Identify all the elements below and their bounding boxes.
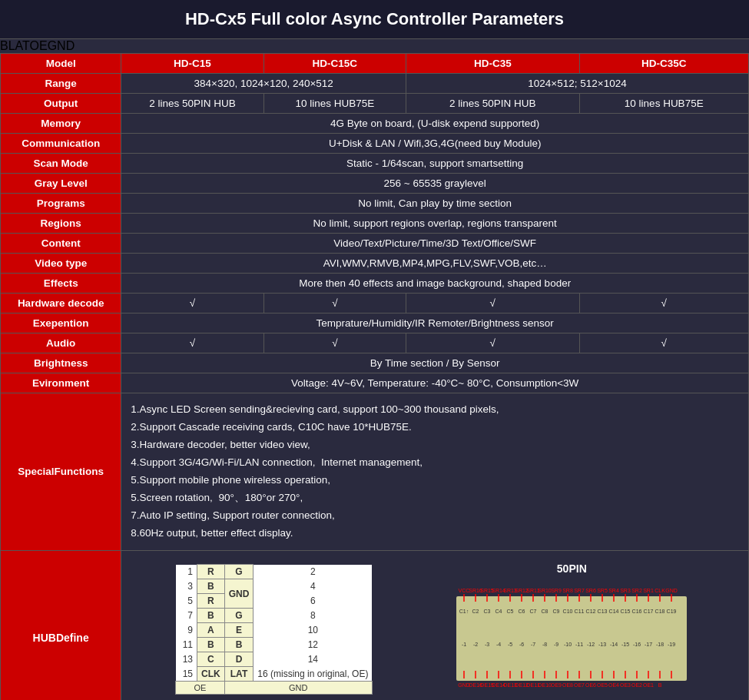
svg-text:SR1: SR1 bbox=[643, 588, 654, 593]
svg-text:-7: -7 bbox=[531, 642, 535, 647]
label-programs: Programs bbox=[1, 194, 121, 214]
page-title: HD-Cx5 Full color Async Controller Param… bbox=[0, 0, 749, 39]
svg-text:-14: -14 bbox=[610, 642, 618, 647]
data-regions: No limit, support regions overlap, regio… bbox=[121, 214, 749, 234]
svg-text:C8: C8 bbox=[542, 609, 548, 614]
data-hw-decode-1: √ bbox=[121, 294, 263, 314]
svg-text:C13: C13 bbox=[598, 609, 608, 614]
label-video-type: Video type bbox=[1, 254, 121, 274]
label-content: Content bbox=[1, 234, 121, 254]
data-evironment: Voltage: 4V~6V, Temperature: -40°C~ 80°C… bbox=[121, 373, 749, 393]
svg-text:C7: C7 bbox=[530, 609, 537, 614]
svg-text:-2: -2 bbox=[473, 642, 478, 647]
svg-text:SR7: SR7 bbox=[574, 588, 585, 593]
special-functions-row: SpecialFunctions 1.Async LED Screen send… bbox=[1, 393, 749, 551]
label-output: Output bbox=[1, 94, 121, 114]
table-row: Effects More then 40 effects and image b… bbox=[1, 274, 749, 294]
svg-text:C11: C11 bbox=[575, 609, 585, 614]
svg-text:C15: C15 bbox=[621, 609, 631, 614]
data-gray-level: 256 ~ 65535 graylevel bbox=[121, 174, 749, 194]
svg-text:C5: C5 bbox=[507, 609, 514, 614]
svg-text:OE2: OE2 bbox=[631, 682, 642, 688]
data-output-2: 10 lines HUB75E bbox=[263, 94, 406, 114]
col-model: Model bbox=[1, 54, 121, 74]
data-range-1: 384×320, 1024×120, 240×512 bbox=[121, 74, 406, 94]
svg-text:SR5: SR5 bbox=[597, 588, 608, 593]
svg-text:OE1: OE1 bbox=[643, 682, 654, 688]
svg-text:C10: C10 bbox=[563, 609, 573, 614]
parameters-table: Model HD-C15 HD-C15C HD-C35 HD-C35C Rang… bbox=[0, 53, 749, 700]
svg-text:SR4: SR4 bbox=[608, 588, 619, 593]
svg-text:-13: -13 bbox=[598, 642, 606, 647]
data-audio-4: √ bbox=[579, 333, 748, 353]
svg-text:-12: -12 bbox=[587, 642, 595, 647]
svg-text:GND: GND bbox=[666, 588, 678, 593]
svg-text:C9: C9 bbox=[553, 609, 560, 614]
label-special-functions: SpecialFunctions bbox=[1, 393, 121, 551]
table-row: Brightness By Time section / By Sensor bbox=[1, 353, 749, 373]
svg-text:C19: C19 bbox=[667, 609, 677, 614]
svg-text:OE6: OE6 bbox=[585, 682, 596, 688]
data-hw-decode-3: √ bbox=[406, 294, 579, 314]
svg-text:SR6: SR6 bbox=[585, 588, 596, 593]
svg-text:-5: -5 bbox=[508, 642, 512, 647]
svg-text:-11: -11 bbox=[575, 642, 583, 647]
svg-text:OE8: OE8 bbox=[562, 682, 573, 688]
data-audio-1: √ bbox=[121, 333, 263, 353]
data-effects: More then 40 effects and image backgroun… bbox=[121, 274, 749, 294]
label-range: Range bbox=[1, 74, 121, 94]
table-row: Communication U+Disk & LAN / Wifi,3G,4G(… bbox=[1, 134, 749, 154]
svg-text:-10: -10 bbox=[564, 642, 572, 647]
svg-text:C14: C14 bbox=[609, 609, 619, 614]
hub-define-content: 1 R G 2 3 B GND 4 bbox=[121, 550, 749, 700]
svg-text:-15: -15 bbox=[621, 642, 629, 647]
svg-text:-18: -18 bbox=[656, 642, 664, 647]
table-row: Video type AVI,WMV,RMVB,MP4,MPG,FLV,SWF,… bbox=[1, 254, 749, 274]
svg-text:-6: -6 bbox=[519, 642, 524, 647]
label-regions: Regions bbox=[1, 214, 121, 234]
svg-text:C16: C16 bbox=[632, 609, 642, 614]
label-audio: Audio bbox=[1, 333, 121, 353]
col-hd-c15: HD-C15 bbox=[121, 54, 263, 74]
svg-text:B: B bbox=[658, 682, 662, 688]
svg-text:-3: -3 bbox=[485, 642, 489, 647]
svg-text:-8: -8 bbox=[542, 642, 547, 647]
label-evironment: Evironment bbox=[1, 373, 121, 393]
svg-text:SR2: SR2 bbox=[631, 588, 642, 593]
svg-text:OE5: OE5 bbox=[597, 682, 608, 688]
svg-text:C6: C6 bbox=[519, 609, 525, 614]
main-container: HD-Cx5 Full color Async Controller Param… bbox=[0, 0, 749, 700]
svg-text:CLK: CLK bbox=[655, 588, 665, 593]
table-row: Exepention Temprature/Humidity/IR Remote… bbox=[1, 314, 749, 333]
col-hd-c15c: HD-C15C bbox=[263, 54, 406, 74]
svg-text:OE9: OE9 bbox=[551, 682, 562, 688]
data-special-functions: 1.Async LED Screen sending&recieving car… bbox=[121, 393, 749, 551]
data-scan-mode: Static - 1/64scan, support smartsetting bbox=[121, 154, 749, 174]
col-hd-c35c: HD-C35C bbox=[579, 54, 748, 74]
svg-text:-4: -4 bbox=[496, 642, 501, 647]
svg-text:C18: C18 bbox=[655, 609, 665, 614]
data-output-1: 2 lines 50PIN HUB bbox=[121, 94, 263, 114]
data-communication: U+Disk & LAN / Wifi,3G,4G(need buy Modul… bbox=[121, 134, 749, 154]
svg-text:SR3: SR3 bbox=[620, 588, 631, 593]
table-row: Audio √ √ √ √ bbox=[1, 333, 749, 353]
data-exepention: Temprature/Humidity/IR Remoter/Brightnes… bbox=[121, 314, 749, 333]
header-row: Model HD-C15 HD-C15C HD-C35 HD-C35C bbox=[1, 54, 749, 74]
svg-text:C12: C12 bbox=[586, 609, 596, 614]
label-scan-mode: Scan Mode bbox=[1, 154, 121, 174]
table-row: Evironment Voltage: 4V~6V, Temperature: … bbox=[1, 373, 749, 393]
svg-text:-19: -19 bbox=[668, 642, 675, 647]
data-hw-decode-4: √ bbox=[579, 294, 748, 314]
pin50-svg: VCC SR16 SR15 SR14 SR13 SR12 SR11 SR10 S… bbox=[449, 581, 694, 701]
data-audio-2: √ bbox=[263, 333, 406, 353]
svg-text:-17: -17 bbox=[645, 642, 652, 647]
label-gray-level: Gray Level bbox=[1, 174, 121, 194]
svg-text:OE4: OE4 bbox=[608, 682, 619, 688]
connector-table: 1 R G 2 3 B GND 4 bbox=[175, 564, 373, 695]
svg-text:C1↑: C1↑ bbox=[459, 609, 469, 614]
svg-text:C4: C4 bbox=[495, 609, 502, 614]
data-hw-decode-2: √ bbox=[263, 294, 406, 314]
svg-text:SR8: SR8 bbox=[562, 588, 573, 593]
table-row: Output 2 lines 50PIN HUB 10 lines HUB75E… bbox=[1, 94, 749, 114]
pin50-title: 50PIN bbox=[449, 562, 694, 575]
